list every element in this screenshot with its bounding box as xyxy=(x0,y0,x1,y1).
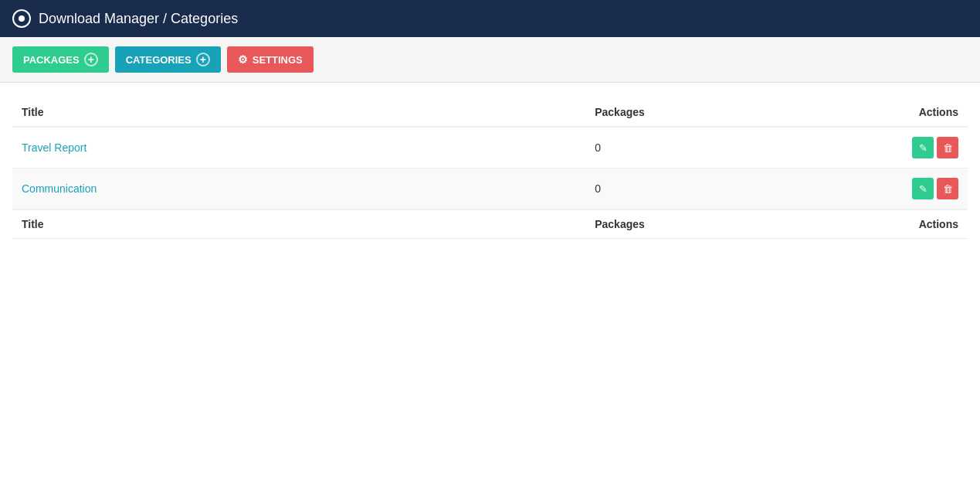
column-header-title: Title xyxy=(12,98,585,127)
toolbar: PACKAGES + CATEGORIES + ⚙ SETTINGS xyxy=(0,37,980,83)
page-title: Download Manager / Categories xyxy=(39,11,238,27)
table-row: Travel Report0✎🗑 xyxy=(12,127,968,169)
table-header-row: Title Packages Actions xyxy=(12,98,968,127)
categories-plus-icon: + xyxy=(196,53,210,66)
settings-gear-icon: ⚙ xyxy=(238,53,248,66)
settings-button[interactable]: ⚙ SETTINGS xyxy=(227,46,314,73)
column-header-actions: Actions xyxy=(777,98,968,127)
column-header-packages: Packages xyxy=(585,98,776,127)
footer-column-actions: Actions xyxy=(777,209,968,239)
delete-category-button[interactable]: 🗑 xyxy=(937,178,958,199)
footer-column-title: Title xyxy=(12,209,585,239)
edit-category-button[interactable]: ✎ xyxy=(912,137,934,158)
category-packages-count: 0 xyxy=(585,127,776,169)
category-title-link[interactable]: Travel Report xyxy=(22,141,86,154)
category-actions-cell: ✎🗑 xyxy=(777,169,968,210)
settings-label: SETTINGS xyxy=(253,54,303,66)
table-row: Communication0✎🗑 xyxy=(12,169,968,210)
delete-category-button[interactable]: 🗑 xyxy=(937,137,958,158)
categories-label: CATEGORIES xyxy=(126,54,192,66)
category-title-link[interactable]: Communication xyxy=(22,182,97,195)
packages-plus-icon: + xyxy=(84,53,98,66)
main-content: Title Packages Actions Travel Report0✎🗑C… xyxy=(0,83,980,254)
app-logo-icon xyxy=(12,9,31,28)
edit-category-button[interactable]: ✎ xyxy=(912,178,934,199)
categories-button[interactable]: CATEGORIES + xyxy=(115,46,221,73)
categories-table: Title Packages Actions Travel Report0✎🗑C… xyxy=(12,98,968,239)
app-header: Download Manager / Categories xyxy=(0,0,980,37)
table-footer-header-row: Title Packages Actions xyxy=(12,209,968,239)
footer-column-packages: Packages xyxy=(585,209,776,239)
packages-button[interactable]: PACKAGES + xyxy=(12,46,109,73)
category-actions-cell: ✎🗑 xyxy=(777,127,968,169)
packages-label: PACKAGES xyxy=(23,54,80,66)
category-packages-count: 0 xyxy=(585,169,776,210)
